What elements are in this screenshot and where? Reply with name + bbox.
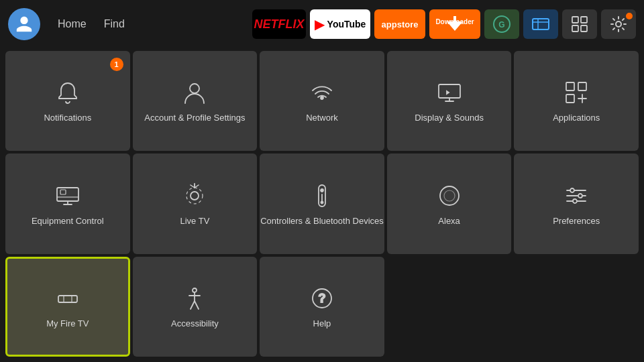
grid-item-account-profile[interactable]: Account & Profile Settings — [133, 51, 258, 151]
nav-home[interactable]: Home — [51, 15, 93, 33]
svg-rect-16 — [566, 95, 574, 103]
svg-point-40 — [573, 199, 577, 203]
topbar: Home Find NETFLIX ▶ YouTube appstore Dow… — [0, 0, 644, 48]
svg-rect-5 — [572, 17, 578, 23]
settings-button[interactable] — [601, 9, 636, 39]
netflix-label: NETFLIX — [254, 17, 305, 32]
svg-point-10 — [190, 84, 199, 93]
svg-text:?: ? — [318, 292, 325, 305]
nav-links: Home Find — [51, 15, 131, 33]
help-label: Help — [313, 318, 331, 330]
svg-rect-2 — [533, 19, 549, 29]
grid-item-network[interactable]: Network — [260, 51, 384, 151]
blue-app-icon — [530, 13, 551, 35]
remote-icon — [307, 181, 337, 210]
monitor-icon — [53, 181, 83, 210]
grid-item-live-tv[interactable]: Live TV — [133, 154, 258, 253]
green-app[interactable]: G — [484, 9, 519, 39]
grid-item-alexa[interactable]: Alexa — [387, 154, 512, 253]
person-icon — [180, 78, 209, 107]
grid-item-accessibility[interactable]: Accessibility — [133, 257, 258, 357]
svg-rect-7 — [572, 25, 578, 32]
controllers-bluetooth-label: Controllers & Bluetooth Devices — [260, 216, 384, 227]
svg-rect-41 — [58, 296, 77, 302]
gear-icon — [610, 15, 627, 33]
account-profile-label: Account & Profile Settings — [144, 113, 245, 124]
alexa-label: Alexa — [438, 216, 460, 227]
apps-icon — [561, 78, 591, 107]
svg-point-39 — [578, 194, 582, 198]
live-tv-label: Live TV — [180, 216, 209, 227]
youtube-icon: ▶ — [315, 16, 325, 32]
svg-rect-23 — [60, 190, 66, 194]
display-icon — [435, 78, 464, 107]
grid-item-my-fire-tv[interactable]: My Fire TV — [5, 257, 130, 357]
bell-icon — [53, 78, 83, 107]
svg-rect-15 — [578, 82, 586, 90]
appstore-app[interactable]: appstore — [374, 9, 425, 39]
grid-app[interactable] — [562, 9, 597, 39]
grid-item-preferences[interactable]: Preferences — [514, 154, 639, 253]
accessibility-label: Accessibility — [171, 318, 219, 330]
grid-item-display-sounds[interactable]: Display & Sounds — [387, 51, 512, 151]
appstore-label: appstore — [382, 19, 419, 29]
youtube-label: YouTube — [327, 19, 366, 29]
svg-rect-8 — [581, 25, 587, 32]
netflix-app[interactable]: NETFLIX — [252, 9, 306, 39]
wifi-icon — [307, 78, 337, 107]
display-sounds-label: Display & Sounds — [415, 113, 484, 124]
notifications-label: Notifications — [44, 113, 91, 124]
network-label: Network — [306, 113, 338, 124]
svg-point-9 — [616, 21, 621, 27]
nav-find[interactable]: Find — [97, 15, 131, 33]
green-app-icon: G — [491, 13, 513, 35]
settings-grid: 1 Notifications Account & Profile Settin… — [0, 48, 644, 362]
notifications-badge: 1 — [110, 58, 123, 71]
grid-item-notifications[interactable]: 1 Notifications — [5, 51, 130, 151]
blue-app[interactable] — [523, 9, 558, 39]
grid-app-icon — [570, 15, 589, 34]
downloader-arrow-icon — [447, 25, 463, 31]
my-fire-tv-label: My Fire TV — [46, 318, 89, 330]
grid-item-equipment-control[interactable]: Equipment Control — [5, 154, 130, 253]
grid-item-applications[interactable]: Applications — [514, 51, 639, 151]
svg-point-24 — [191, 192, 199, 200]
applications-label: Applications — [553, 113, 600, 124]
empty-cell-r3c5 — [514, 257, 639, 357]
downloader-app[interactable]: Downloader — [429, 9, 480, 39]
empty-cell-r3c4 — [387, 257, 512, 357]
svg-rect-6 — [581, 17, 587, 23]
avatar[interactable] — [8, 8, 40, 40]
help-icon: ? — [307, 284, 337, 313]
preferences-label: Preferences — [553, 216, 600, 227]
svg-point-30 — [321, 189, 323, 192]
svg-point-32 — [321, 201, 323, 203]
antenna-icon — [180, 181, 209, 210]
svg-point-38 — [570, 188, 574, 192]
svg-point-25 — [186, 188, 203, 204]
svg-line-48 — [195, 301, 199, 309]
grid-item-help[interactable]: ? Help — [260, 257, 384, 357]
alexa-icon — [435, 181, 464, 210]
equipment-control-label: Equipment Control — [32, 216, 104, 227]
sliders-icon — [561, 181, 591, 210]
svg-text:G: G — [498, 20, 504, 29]
app-icons: NETFLIX ▶ YouTube appstore Downloader G — [252, 9, 636, 39]
accessibility-icon — [180, 284, 209, 313]
notification-dot — [626, 13, 633, 19]
svg-point-33 — [440, 186, 459, 205]
svg-point-34 — [444, 190, 455, 201]
firetv-icon — [53, 284, 83, 313]
svg-rect-11 — [439, 84, 460, 98]
youtube-app[interactable]: ▶ YouTube — [310, 9, 370, 39]
svg-rect-14 — [566, 82, 574, 90]
svg-line-47 — [191, 301, 195, 309]
grid-item-controllers-bluetooth[interactable]: Controllers & Bluetooth Devices — [260, 154, 384, 253]
